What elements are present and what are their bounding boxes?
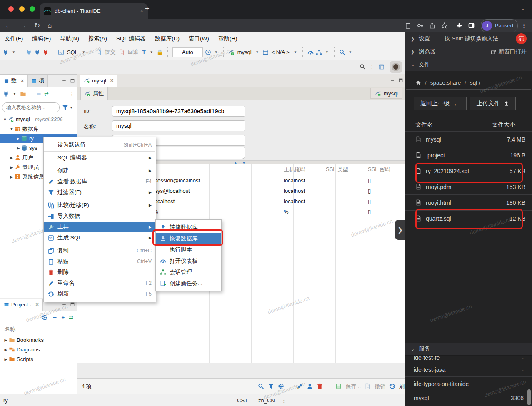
section-browser[interactable]: ❯ 浏览器 新窗口打开 [405,45,532,58]
dbeaver-avatar[interactable] [390,61,402,73]
file-row-highlighted[interactable]: ry_20210924.sql 57 KB [405,163,532,179]
section-files[interactable]: ⌄ 文件 [405,58,532,71]
tab-close-icon[interactable]: ✕ [140,8,144,14]
edit-pencil-icon[interactable] [297,383,303,389]
breadcrumb-space-share[interactable]: space.share [430,80,461,86]
search-dropdown-icon[interactable]: ▼ [349,50,352,54]
file-row[interactable]: mysql 7.4 MB [405,131,532,147]
menu-item-paste[interactable]: 粘贴Ctrl+V [44,256,156,267]
connect-icon[interactable] [26,49,32,55]
filter-dropdown-icon[interactable]: ▼ [70,106,73,110]
collapse-all-icon[interactable] [36,91,42,97]
menu-search[interactable]: 搜索(A) [84,35,112,42]
expand-arrow-icon[interactable]: ▶ [9,175,15,179]
filter-funnel-icon[interactable] [62,105,68,111]
sql-dropdown-icon[interactable]: ▼ [82,50,85,54]
file-name[interactable]: ry_20210924.sql [426,168,469,174]
minimize-window-button[interactable] [19,6,25,12]
history-dropdown-icon[interactable]: ▼ [215,50,218,54]
catalog-icon[interactable] [262,49,269,55]
tab-close-icon[interactable]: ✕ [35,302,39,307]
open-new-window-button[interactable]: 新窗口打开 [491,48,527,55]
menu-item-view-database[interactable]: 查看 数据库F4 [44,176,156,187]
file-row[interactable]: ruoyi.html 180 KB [405,194,532,210]
connection-indicator[interactable]: mysql [370,88,402,99]
tab-search-chevron-icon[interactable]: ⌄ [521,6,525,11]
tree-item-databases[interactable]: ▼ 数据库 [0,124,77,134]
sql-editor-button[interactable]: SQL [67,49,78,55]
menu-sql-editor[interactable]: SQL 编辑器 [112,35,150,42]
minimize-panel-icon[interactable] [62,78,67,83]
grid-header[interactable]: SSL 类型 [322,166,365,173]
close-window-button[interactable] [8,6,14,12]
expand-arrow-icon[interactable]: ▶ [15,146,21,150]
toolbar-search-icon[interactable] [339,49,345,55]
back-icon[interactable]: ← [5,22,12,30]
collapse-all-icon[interactable] [52,315,57,320]
back-up-level-button[interactable]: 返回上一级 ← [414,97,467,110]
service-row[interactable]: ide-typora-on-titanide - [405,377,532,391]
expand-arrow-icon[interactable]: ▶ [3,357,9,361]
tab-close-icon[interactable]: ✕ [20,78,24,84]
share-icon[interactable] [429,22,435,29]
submenu-item-create-task[interactable]: 创建新任务... [156,278,221,289]
undo-button[interactable]: 撤销 [375,383,385,390]
gear-icon[interactable] [42,314,48,321]
expand-arrow-icon[interactable]: ▶ [9,156,15,160]
section-services[interactable]: ⌄ 服务 [405,343,532,356]
grid-cell[interactable]: ▯ [365,188,406,194]
profile-paused-pill[interactable]: J Paused [481,19,518,32]
active-database-select[interactable]: < N/A > [272,49,290,55]
table-filter-input[interactable] [2,102,60,112]
add-row-person-icon[interactable] [307,383,313,389]
maximize-panel-icon[interactable] [70,302,75,307]
id-input[interactable] [112,106,245,117]
menu-item-delete[interactable]: 删除 [44,267,156,278]
editor-tab-mysql[interactable]: mysql ✕ [80,75,117,87]
rollback-button[interactable]: 回滚 [128,48,139,56]
status-overflow-icon[interactable]: ⋮ [281,397,287,404]
service-row[interactable]: mysql 3306 [405,391,532,405]
zoom-window-button[interactable] [30,6,35,12]
submenu-item-restore-database[interactable]: 恢复数据库 [156,233,221,244]
breadcrumb-sql[interactable]: sql / [470,80,480,86]
grid-settings-gear-icon[interactable] [278,383,284,389]
section-settings[interactable]: ❯ 设置 按 Shift 键切换输入法 演 [405,32,532,45]
refresh-icon[interactable] [389,383,395,389]
commit-button[interactable]: 提交 [105,48,116,56]
save-button[interactable]: 保存... [345,383,361,390]
expand-all-icon[interactable]: + [62,314,65,321]
lock-toolbar-icon[interactable]: 🔒 [157,49,163,55]
tab-properties[interactable]: 属性 [80,87,108,100]
grid-cell[interactable]: % [280,209,322,215]
project-item-diagrams[interactable]: ▶ Diagrams [0,345,77,354]
file-row[interactable]: ruoyi.pdm 153 KB [405,179,532,194]
database-dropdown-icon[interactable]: ▼ [294,50,297,54]
grid-header[interactable]: SSL 密码 [365,166,406,173]
password-key-icon[interactable] [417,22,423,29]
upload-file-button[interactable]: 上传文件 [470,97,516,110]
connection-dropdown-icon[interactable]: ▼ [256,50,259,54]
disconnect-icon[interactable] [42,49,49,55]
active-connection-select[interactable]: mysql [237,49,252,55]
expand-arrow-icon[interactable]: ▶ [9,165,15,169]
name-input[interactable] [112,120,245,131]
menu-item-refresh[interactable]: 刷新F5 [44,289,156,299]
file-name[interactable]: ruoyi.html [426,199,451,206]
menu-item-import-data[interactable]: 导入数据 [44,211,156,222]
new-connection-dropdown-icon[interactable]: ▼ [12,50,15,54]
tab-project[interactable]: Project - ✕ [0,299,43,311]
expand-arrow-icon[interactable]: ▼ [9,127,15,131]
sitemap-dropdown-icon[interactable]: ▼ [325,50,329,54]
menu-item-generate-sql[interactable]: 生成 SQL▶ [44,232,156,243]
service-row[interactable]: ide-test-java - [405,363,532,377]
home-icon[interactable]: ⌂ [47,22,52,30]
rollback-icon[interactable] [119,49,125,55]
reload-icon[interactable]: ↻ [34,21,40,30]
expand-arrow-icon[interactable]: ▼ [2,117,8,122]
clipboard-icon[interactable] [405,22,411,29]
link-editor-icon[interactable]: ⇄ [69,314,73,321]
save-disk-icon[interactable] [335,383,342,389]
submenu-item-dump-database[interactable]: 转储数据库 [156,222,221,233]
menu-item-compare-migrate[interactable]: 比较/迁移(P)▶ [44,200,156,211]
